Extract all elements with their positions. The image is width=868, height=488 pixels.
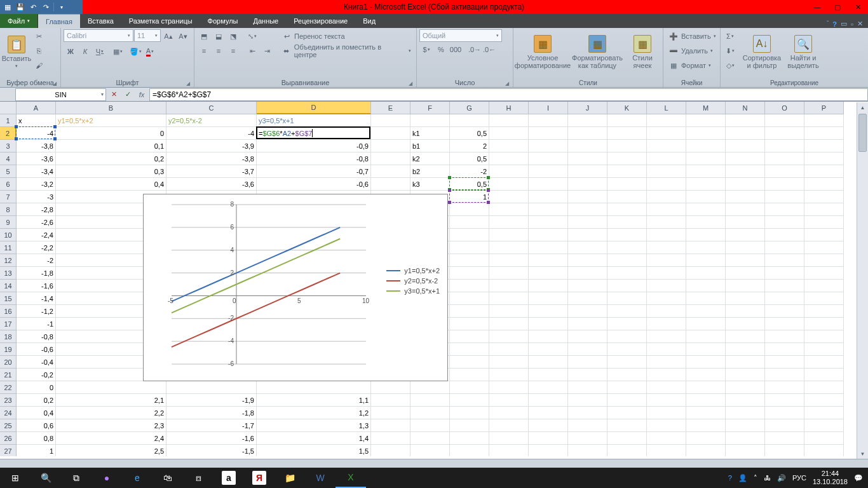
cell[interactable] [686,330,726,343]
cell[interactable] [607,165,647,178]
people-icon[interactable]: 👤 [738,474,747,482]
cell[interactable] [726,267,765,280]
insert-tab[interactable]: Вставка [80,14,121,28]
cell[interactable]: y2=0,5*x-2 [166,114,257,127]
row-header[interactable]: 5 [0,165,17,178]
cell[interactable] [804,229,844,241]
cell[interactable] [489,356,529,369]
search-icon[interactable]: 🔍 [31,468,61,488]
cell[interactable] [529,343,568,356]
formulas-tab[interactable]: Формулы [200,14,246,28]
window-minimize-icon[interactable]: ▭ [841,20,847,28]
column-header-J[interactable]: J [568,102,607,114]
cell[interactable] [410,432,450,445]
cell[interactable] [647,267,686,280]
cell[interactable] [568,305,607,318]
cell[interactable]: 0,4 [56,178,166,191]
edge-icon[interactable]: e [122,468,153,488]
cell[interactable] [607,330,647,343]
cell[interactable] [726,165,765,178]
grow-font-icon[interactable]: A▴ [161,29,175,43]
cell[interactable] [726,254,765,267]
cell[interactable] [529,191,568,203]
cell[interactable] [804,203,844,216]
column-header-H[interactable]: H [489,102,529,114]
cell[interactable] [726,432,765,445]
cell[interactable]: 2,4 [56,432,166,445]
cell[interactable] [686,381,726,394]
ribbon-minimize-icon[interactable]: ˇ [827,20,829,27]
cell[interactable]: 2,3 [56,419,166,432]
cell[interactable] [568,330,607,343]
wrap-text-button[interactable]: ↩Перенос текста [279,29,414,43]
spreadsheet-grid[interactable]: ABCDEFGHIJKLMNOP 1xy1=0,5*x+2y2=0,5*x-2y… [0,102,868,456]
cell[interactable] [686,292,726,305]
cell[interactable] [450,203,489,216]
minimize-button[interactable]: — [807,0,827,14]
cell[interactable] [568,229,607,241]
cell[interactable] [686,140,726,152]
cell[interactable] [607,419,647,432]
cell[interactable] [410,445,450,456]
view-tab[interactable]: Вид [355,14,383,28]
cell[interactable] [804,394,844,407]
cell[interactable] [726,407,765,419]
sort-filter-button[interactable]: A↓Сортировка и фильтр [741,29,783,75]
cell[interactable] [529,254,568,267]
cell[interactable] [568,280,607,292]
cell[interactable] [686,305,726,318]
cell[interactable] [450,432,489,445]
select-all-corner[interactable] [0,102,17,114]
row-header[interactable]: 18 [0,330,17,343]
cell[interactable] [647,191,686,203]
cell[interactable]: -0,2 [17,369,56,381]
cell[interactable] [568,343,607,356]
cell[interactable] [568,127,607,140]
network-icon[interactable]: 🖧 [764,474,771,482]
cell[interactable] [686,203,726,216]
cell[interactable] [529,432,568,445]
cell[interactable] [647,152,686,165]
row-header[interactable]: 13 [0,267,17,280]
cell[interactable] [607,241,647,254]
font-color-button[interactable]: A [143,44,157,58]
cell[interactable] [489,394,529,407]
save-icon[interactable]: 💾 [15,2,25,12]
cell[interactable] [647,407,686,419]
cell[interactable]: -2,8 [17,203,56,216]
cell[interactable] [726,191,765,203]
review-tab[interactable]: Рецензирование [286,14,355,28]
cell[interactable] [686,356,726,369]
row-header[interactable]: 8 [0,203,17,216]
volume-icon[interactable]: 🔊 [777,474,786,482]
cell[interactable]: -0,9 [257,140,371,152]
cell[interactable]: -3,9 [166,140,257,152]
cell[interactable]: -1,2 [17,305,56,318]
cell[interactable] [804,330,844,343]
cell[interactable] [529,356,568,369]
cell[interactable]: -1 [17,318,56,330]
cell[interactable]: 1,2 [257,407,371,419]
cell[interactable]: -1,8 [166,407,257,419]
cell[interactable] [647,419,686,432]
cell[interactable] [450,394,489,407]
cell[interactable] [489,330,529,343]
cell[interactable] [489,343,529,356]
cell[interactable] [804,165,844,178]
amazon-icon[interactable]: a [222,471,236,485]
row-header[interactable]: 1 [0,114,17,127]
cell[interactable]: -3,8 [17,140,56,152]
cell[interactable] [726,203,765,216]
cell[interactable] [607,407,647,419]
scroll-up-icon[interactable]: ▲ [857,102,868,112]
cell[interactable]: -1,4 [17,292,56,305]
cell[interactable] [568,140,607,152]
cell[interactable]: 1 [17,445,56,456]
cell[interactable] [489,318,529,330]
cell[interactable] [489,419,529,432]
cell[interactable] [607,280,647,292]
row-header[interactable]: 6 [0,178,17,191]
font-size-combo[interactable]: 11▾ [134,29,161,42]
cell[interactable] [647,114,686,127]
cell[interactable] [804,191,844,203]
